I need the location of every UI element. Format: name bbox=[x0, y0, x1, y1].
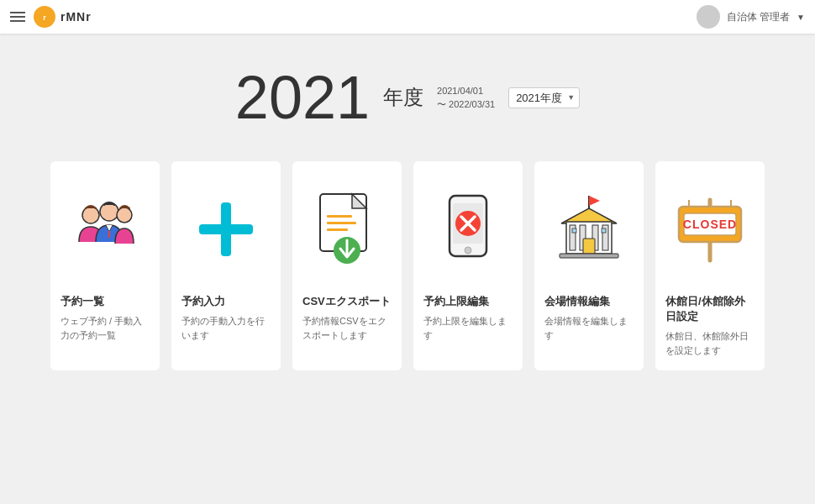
svg-text:CLOSED: CLOSED bbox=[683, 218, 737, 231]
svg-rect-9 bbox=[327, 215, 352, 218]
header-left: r rMNr bbox=[10, 6, 92, 28]
user-label: 自治体 管理者 bbox=[727, 10, 790, 24]
logo-text: rMNr bbox=[60, 10, 92, 24]
card-icon-csv-export bbox=[302, 175, 392, 284]
user-dropdown-arrow[interactable]: ▼ bbox=[797, 13, 805, 22]
card-title-kyukan-nichi: 休館日/休館除外日設定 bbox=[665, 294, 755, 324]
svg-rect-7 bbox=[199, 224, 253, 234]
card-yoyaku-nyuryoku[interactable]: 予約入力 予約の手動入力を行います bbox=[171, 161, 281, 370]
card-kyukan-nichi[interactable]: CLOSED 休館日/休館除外日設定 休館日、休館除外日を設定します bbox=[655, 161, 765, 370]
card-desc-yoyaku-nyuryoku: 予約の手動入力を行います bbox=[181, 314, 271, 342]
svg-rect-25 bbox=[583, 239, 595, 254]
card-icon-yoyaku-ichiran bbox=[60, 175, 150, 284]
card-icon-yoyaku-nyuryoku bbox=[181, 175, 271, 284]
svg-rect-26 bbox=[560, 254, 618, 258]
card-kaijo-hensei[interactable]: 会場情報編集 会場情報を編集します bbox=[534, 161, 644, 370]
header-right: 自治体 管理者 ▼ bbox=[697, 5, 805, 29]
card-title-csv-export: CSVエクスポート bbox=[302, 294, 391, 309]
year-select[interactable]: 2021年度 2020年度 2022年度 bbox=[508, 87, 580, 108]
svg-rect-10 bbox=[327, 222, 356, 224]
card-icon-kaijo-hensei bbox=[544, 175, 634, 284]
year-number: 2021 bbox=[235, 67, 370, 128]
card-desc-kyukan-nichi: 休館日、休館除外日を設定します bbox=[665, 329, 755, 357]
card-icon-kyukan-nichi: CLOSED bbox=[665, 175, 755, 284]
hamburger-icon[interactable] bbox=[10, 12, 25, 22]
card-yoyaku-jogen[interactable]: 予約上限編集 予約上限を編集します bbox=[413, 161, 523, 370]
logo-icon: r bbox=[34, 6, 55, 28]
year-section: 2021 年度 2021/04/01 〜 2022/03/31 2021年度 2… bbox=[50, 67, 765, 128]
svg-point-18 bbox=[465, 247, 471, 254]
svg-text:r: r bbox=[43, 13, 46, 22]
date-range-line1: 2021/04/01 bbox=[437, 84, 495, 98]
svg-point-2 bbox=[82, 207, 99, 223]
app-header: r rMNr 自治体 管理者 ▼ bbox=[0, 0, 815, 34]
svg-rect-27 bbox=[572, 228, 576, 233]
logo-area: r rMNr bbox=[34, 6, 92, 28]
card-title-yoyaku-nyuryoku: 予約入力 bbox=[181, 294, 225, 309]
card-icon-yoyaku-jogen bbox=[423, 175, 513, 284]
card-desc-yoyaku-jogen: 予約上限を編集します bbox=[423, 314, 513, 342]
svg-rect-11 bbox=[327, 228, 348, 231]
svg-rect-4 bbox=[108, 231, 110, 238]
svg-point-5 bbox=[117, 207, 132, 223]
card-title-kaijo-hensei: 会場情報編集 bbox=[544, 294, 610, 309]
nendo-label: 年度 bbox=[383, 84, 423, 111]
date-range: 2021/04/01 〜 2022/03/31 bbox=[437, 84, 495, 112]
card-desc-csv-export: 予約情報CSVをエクスポートします bbox=[302, 314, 392, 342]
main-content: 2021 年度 2021/04/01 〜 2022/03/31 2021年度 2… bbox=[0, 34, 815, 396]
card-title-yoyaku-ichiran: 予約一覧 bbox=[60, 294, 104, 309]
card-csv-export[interactable]: CSVエクスポート 予約情報CSVをエクスポートします bbox=[292, 161, 402, 370]
card-desc-kaijo-hensei: 会場情報を編集します bbox=[544, 314, 634, 342]
card-title-yoyaku-jogen: 予約上限編集 bbox=[423, 294, 489, 309]
svg-point-3 bbox=[100, 202, 118, 221]
avatar bbox=[697, 5, 720, 29]
svg-rect-28 bbox=[602, 228, 606, 233]
card-yoyaku-ichiran[interactable]: 予約一覧 ウェブ予約 / 手動入力の予約一覧 bbox=[50, 161, 160, 370]
year-selector-wrapper: 2021年度 2020年度 2022年度 bbox=[508, 87, 580, 108]
card-desc-yoyaku-ichiran: ウェブ予約 / 手動入力の予約一覧 bbox=[60, 314, 150, 342]
date-range-line2: 〜 2022/03/31 bbox=[437, 97, 495, 112]
cards-grid: 予約一覧 ウェブ予約 / 手動入力の予約一覧 予約入力 予約の手動入力を行います bbox=[50, 161, 765, 370]
